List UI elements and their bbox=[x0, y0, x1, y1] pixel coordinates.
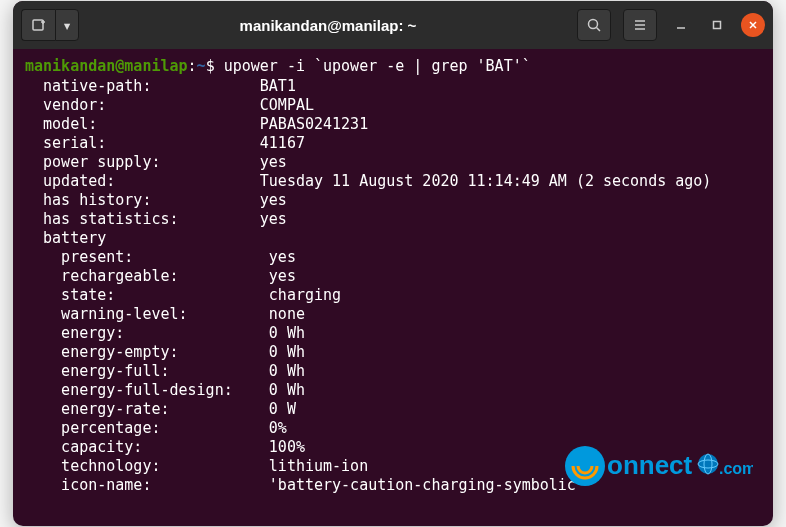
window-title: manikandan@manilap: ~ bbox=[87, 17, 569, 34]
output-line: energy-full-design: 0 Wh bbox=[25, 381, 761, 400]
new-tab-button[interactable] bbox=[21, 9, 55, 41]
output-key: energy-rate: bbox=[25, 400, 269, 419]
output-line: has statistics: yes bbox=[25, 210, 761, 229]
terminal-body[interactable]: manikandan@manilap:~$ upower -i `upower … bbox=[13, 49, 773, 525]
output-key: energy: bbox=[25, 324, 269, 343]
new-tab-split-button: ▾ bbox=[21, 9, 79, 41]
output-key: state: bbox=[25, 286, 269, 305]
maximize-icon bbox=[711, 19, 723, 31]
output-key: updated: bbox=[25, 172, 260, 191]
close-button[interactable] bbox=[741, 13, 765, 37]
output-value: yes bbox=[260, 191, 287, 210]
titlebar-left: ▾ bbox=[21, 9, 79, 41]
search-button[interactable] bbox=[577, 9, 611, 41]
output-key: power supply: bbox=[25, 153, 260, 172]
minimize-icon bbox=[675, 19, 687, 31]
output-value: yes bbox=[260, 153, 287, 172]
output-value: BAT1 bbox=[260, 77, 296, 96]
output-key: warning-level: bbox=[25, 305, 269, 324]
output-line: has history: yes bbox=[25, 191, 761, 210]
output-key: capacity: bbox=[25, 438, 269, 457]
battery-section-header: battery bbox=[25, 229, 761, 248]
output-key: has statistics: bbox=[25, 210, 260, 229]
minimize-button[interactable] bbox=[669, 13, 693, 37]
output-line: percentage: 0% bbox=[25, 419, 761, 438]
output-line: energy-rate: 0 W bbox=[25, 400, 761, 419]
output-value: 0 Wh bbox=[269, 343, 305, 362]
output-line: power supply: yes bbox=[25, 153, 761, 172]
output-value: 0% bbox=[269, 419, 287, 438]
output-value: 0 Wh bbox=[269, 381, 305, 400]
svg-line-4 bbox=[597, 28, 601, 32]
output-value: 0 Wh bbox=[269, 324, 305, 343]
output-value: 0 Wh bbox=[269, 362, 305, 381]
output-line: technology: lithium-ion bbox=[25, 457, 761, 476]
output-key: technology: bbox=[25, 457, 269, 476]
output-value: none bbox=[269, 305, 305, 324]
output-line: icon-name: 'battery-caution-charging-sym… bbox=[25, 476, 761, 495]
prompt-dollar: $ bbox=[206, 57, 224, 75]
output-value: Tuesday 11 August 2020 11:14:49 AM (2 se… bbox=[260, 172, 712, 191]
output-value: charging bbox=[269, 286, 341, 305]
output-line: warning-level: none bbox=[25, 305, 761, 324]
svg-rect-9 bbox=[714, 22, 721, 29]
output-value: 0 W bbox=[269, 400, 296, 419]
output-line: updated: Tuesday 11 August 2020 11:14:49… bbox=[25, 172, 761, 191]
new-tab-dropdown[interactable]: ▾ bbox=[55, 9, 79, 41]
output-value: COMPAL bbox=[260, 96, 314, 115]
output-key: serial: bbox=[25, 134, 260, 153]
prompt-userhost: manikandan@manilap bbox=[25, 57, 188, 75]
output-line: rechargeable: yes bbox=[25, 267, 761, 286]
output-line: state: charging bbox=[25, 286, 761, 305]
output-value: 41167 bbox=[260, 134, 305, 153]
titlebar: ▾ manikandan@manilap: ~ bbox=[13, 1, 773, 49]
output-value: 100% bbox=[269, 438, 305, 457]
output-line: serial: 41167 bbox=[25, 134, 761, 153]
output-line: energy: 0 Wh bbox=[25, 324, 761, 343]
output-key: model: bbox=[25, 115, 260, 134]
output-key: has history: bbox=[25, 191, 260, 210]
command-text: upower -i `upower -e | grep 'BAT'` bbox=[224, 57, 531, 75]
svg-point-3 bbox=[589, 20, 598, 29]
output-key: energy-full: bbox=[25, 362, 269, 381]
output-value: lithium-ion bbox=[269, 457, 368, 476]
hamburger-icon bbox=[632, 17, 648, 33]
output-key: rechargeable: bbox=[25, 267, 269, 286]
output-key: energy-empty: bbox=[25, 343, 269, 362]
output-key: percentage: bbox=[25, 419, 269, 438]
output-line: energy-full: 0 Wh bbox=[25, 362, 761, 381]
close-icon bbox=[747, 19, 759, 31]
output-value: yes bbox=[269, 267, 296, 286]
output-value: yes bbox=[260, 210, 287, 229]
chevron-down-icon: ▾ bbox=[62, 16, 72, 35]
output-value: PABAS0241231 bbox=[260, 115, 368, 134]
output-key: present: bbox=[25, 248, 269, 267]
new-tab-icon bbox=[31, 17, 47, 33]
terminal-window: ▾ manikandan@manilap: ~ bbox=[13, 1, 773, 525]
prompt-path: ~ bbox=[197, 57, 206, 75]
titlebar-right bbox=[577, 9, 765, 41]
prompt-line: manikandan@manilap:~$ upower -i `upower … bbox=[25, 57, 761, 76]
search-icon bbox=[586, 17, 602, 33]
output-line: model: PABAS0241231 bbox=[25, 115, 761, 134]
output-line: vendor: COMPAL bbox=[25, 96, 761, 115]
prompt-colon: : bbox=[188, 57, 197, 75]
output-key: icon-name: bbox=[25, 476, 269, 495]
output-key: energy-full-design: bbox=[25, 381, 269, 400]
output-value: 'battery-caution-charging-symbolic' bbox=[269, 476, 585, 495]
output-value: yes bbox=[269, 248, 296, 267]
output-line: energy-empty: 0 Wh bbox=[25, 343, 761, 362]
output-key: vendor: bbox=[25, 96, 260, 115]
menu-button[interactable] bbox=[623, 9, 657, 41]
output-key: native-path: bbox=[25, 77, 260, 96]
output-line: capacity: 100% bbox=[25, 438, 761, 457]
output-line: present: yes bbox=[25, 248, 761, 267]
output-top-block: native-path: BAT1 vendor: COMPAL model: … bbox=[25, 77, 761, 229]
output-battery-block: present: yes rechargeable: yes state: ch… bbox=[25, 248, 761, 496]
output-line: native-path: BAT1 bbox=[25, 77, 761, 96]
maximize-button[interactable] bbox=[705, 13, 729, 37]
